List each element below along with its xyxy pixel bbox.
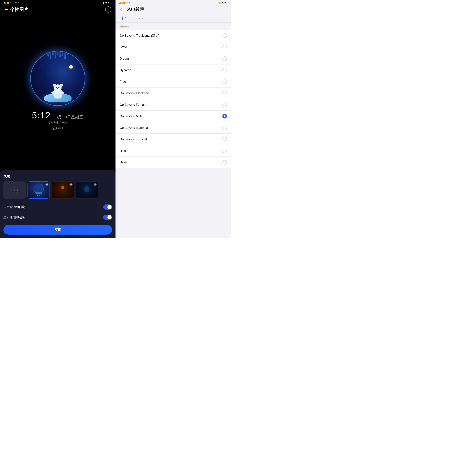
ringtone-item[interactable]: Go Beyond Traditional (默认): [116, 30, 231, 42]
style-thumb-3[interactable]: ⚙: [76, 181, 98, 199]
back-arrow-icon-right: [120, 7, 124, 11]
lunar-date: 辛丑年七月十三: [32, 121, 84, 125]
ringtone-item[interactable]: Free: [116, 76, 231, 87]
show-time-label: 显示时间和日期: [3, 205, 25, 209]
icicle: [50, 52, 51, 59]
back-button-right[interactable]: [120, 7, 124, 12]
gear-icon-1: ⚙: [45, 183, 49, 186]
right-panel: 🔔 📶 0 K/s 🔋 12:44 来电铃声 卡 1 卡 2 系统铃声 Go B…: [116, 0, 231, 238]
wallpaper-preview: 5:12 8月20日星期五 辛丑年七月十三 46%: [0, 14, 116, 170]
status-time-left: 🔋46 5:12: [102, 1, 112, 4]
style-thumb-2[interactable]: ⚙: [51, 181, 74, 199]
svg-point-17: [61, 186, 64, 189]
tab-card1[interactable]: 卡 1: [120, 14, 128, 22]
icicle: [67, 52, 68, 55]
svg-point-19: [84, 186, 89, 192]
wifi-icon-r: 📶: [122, 1, 125, 4]
bottom-sheet: 风格 + 5:12 ⚙: [0, 170, 116, 238]
style-thumb-1[interactable]: 5:12 ⚙: [27, 181, 50, 199]
show-notification-toggle-row: 显示通知和电量: [3, 212, 112, 222]
add-icon: +: [11, 187, 18, 193]
add-style-button[interactable]: +: [3, 181, 26, 199]
radio-button[interactable]: [222, 91, 227, 95]
show-notification-toggle[interactable]: [103, 215, 112, 220]
svg-point-4: [53, 84, 56, 87]
ringtone-name: Dream: [120, 57, 129, 60]
time-main-display: 5:12 8月20日星期五: [32, 110, 84, 120]
radio-button[interactable]: [222, 102, 227, 107]
ringtone-item[interactable]: Dynamo: [116, 65, 231, 76]
ringtone-name: Go Beyond Electronic: [120, 92, 150, 95]
data-speed: ● 5G 3 K/s: [10, 2, 19, 4]
ringtone-item[interactable]: Brave: [116, 42, 231, 53]
ringtone-item[interactable]: Go Beyond Marimba: [116, 122, 231, 134]
radio-button[interactable]: [222, 114, 227, 119]
svg-point-7: [59, 87, 59, 88]
radio-button[interactable]: [222, 79, 227, 84]
ringtone-name: Brave: [120, 45, 128, 49]
battery-percentage: 46%: [58, 127, 63, 130]
radio-button[interactable]: [222, 45, 227, 49]
polar-bear-svg: [49, 80, 66, 99]
time-right: 12:44: [222, 1, 227, 4]
wifi-icon: 📶: [7, 1, 9, 4]
ringtone-name: Heart: [120, 161, 127, 164]
status-bar-right: 🔔 📶 0 K/s 🔋 12:44: [116, 0, 231, 5]
battery-right: 🔋: [219, 1, 221, 4]
info-icon: i: [108, 8, 109, 11]
back-button-left[interactable]: 个性图片: [4, 7, 28, 13]
time-number: 5:12: [32, 110, 51, 120]
left-panel: 🔔 📶 ● 5G 3 K/s 🔋46 5:12 个性图片 i: [0, 0, 116, 238]
show-time-toggle-row: 显示时间和日期: [3, 202, 112, 212]
tab-card2[interactable]: 卡 2: [136, 14, 145, 22]
gear-icon-2: ⚙: [69, 183, 73, 186]
ringtone-item[interactable]: Go Beyond Male: [116, 110, 231, 122]
time-left: 5:12: [108, 1, 112, 4]
radio-button[interactable]: [222, 149, 227, 153]
ringtone-item[interactable]: Go Beyond Tropical: [116, 134, 231, 145]
ringtone-name: Go Beyond Tropical: [120, 137, 147, 141]
ringtone-item[interactable]: Go Beyond Electronic: [116, 87, 231, 99]
battery-fill: [53, 128, 54, 129]
show-time-toggle[interactable]: [103, 204, 112, 210]
radio-button[interactable]: [222, 33, 227, 38]
radio-button[interactable]: [222, 137, 227, 142]
radio-button[interactable]: [222, 160, 227, 165]
svg-text:5:12: 5:12: [37, 195, 40, 196]
left-status-icons: 🔔 📶 ● 5G 3 K/s: [3, 1, 19, 4]
radio-button[interactable]: [222, 126, 227, 130]
info-button[interactable]: i: [105, 6, 111, 13]
ringtone-name: Go Beyond Marimba: [120, 126, 148, 130]
style-grid: + 5:12 ⚙: [3, 181, 112, 199]
ringtone-item[interactable]: Dream: [116, 53, 231, 65]
tabs-row: 卡 1 卡 2: [116, 14, 231, 23]
svg-point-5: [59, 84, 63, 87]
polar-bear-image: [30, 51, 85, 106]
svg-point-14: [35, 192, 42, 194]
radio-button[interactable]: [222, 56, 227, 61]
ringtone-name: Go Beyond Female: [120, 103, 146, 107]
icicle: [52, 52, 54, 56]
ringtone-item[interactable]: Go Beyond Female: [116, 99, 231, 110]
icicle: [55, 52, 56, 58]
icicle: [59, 52, 61, 57]
icicle: [47, 52, 49, 57]
top-bar-left: 个性图片 i: [0, 5, 116, 14]
icicle: [64, 52, 66, 59]
right-status-right: 🔋 12:44: [219, 1, 227, 4]
radio-button[interactable]: [222, 68, 227, 72]
ringtone-name: Go Beyond Male: [120, 115, 143, 118]
style-section-title: 风格: [3, 174, 112, 179]
ringtone-name: Free: [120, 80, 126, 84]
apply-button[interactable]: 应用: [3, 225, 112, 235]
time-display: 5:12 8月20日星期五 辛丑年七月十三 46%: [32, 110, 84, 130]
ringtone-list: Go Beyond Traditional (默认)BraveDreamDyna…: [116, 30, 231, 238]
right-status-left: 🔔 📶 0 K/s: [119, 1, 130, 4]
notification-icon-r: 🔔: [119, 1, 122, 4]
gear-icon-3: ⚙: [93, 183, 97, 186]
ringtone-item[interactable]: Heart: [116, 157, 231, 168]
ringtone-name: Go Beyond Traditional (默认): [120, 34, 159, 38]
back-arrow-icon: [4, 7, 8, 11]
svg-point-8: [57, 88, 59, 89]
ringtone-item[interactable]: Halo: [116, 145, 231, 157]
